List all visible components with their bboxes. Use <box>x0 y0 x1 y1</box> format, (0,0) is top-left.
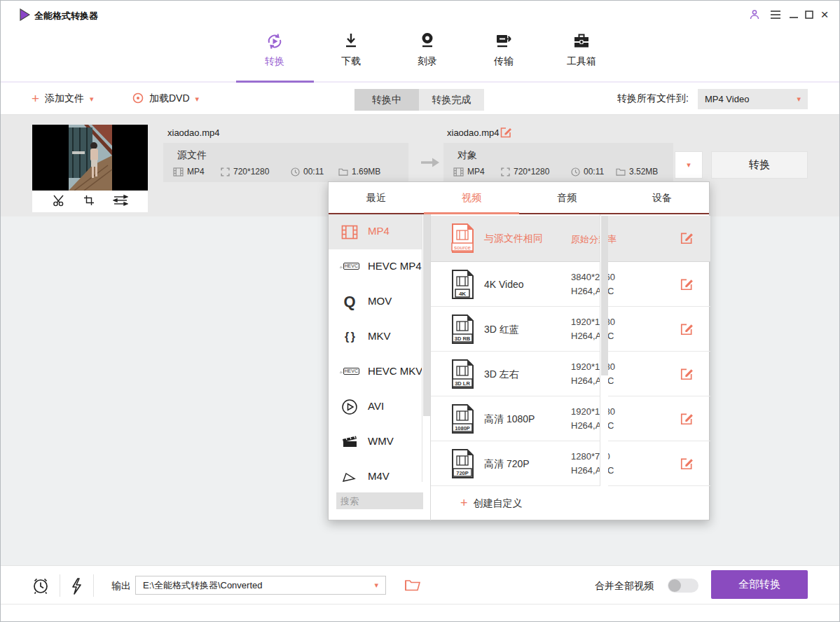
target-format: MP4 <box>453 167 485 177</box>
preset-item-4k[interactable]: 4K 4K Video 3840*2160 H264,AAC <box>431 262 710 307</box>
hevc-mp4-icon: HEVC <box>340 257 359 277</box>
preset-3d-rb-icon: 3D RB <box>450 315 474 347</box>
menu-icon[interactable] <box>769 8 783 22</box>
format-item-avi[interactable]: AVI <box>329 389 430 424</box>
target-duration: 00:11 <box>571 167 604 177</box>
edit-preset-icon[interactable] <box>680 322 694 336</box>
format-list-scrollbar[interactable] <box>422 214 430 482</box>
tab-download[interactable]: 下载 <box>324 32 378 71</box>
convert-icon <box>248 32 301 53</box>
load-dvd-caret-icon[interactable]: ▾ <box>195 95 200 103</box>
preset-list: source 与源文件相同 原始分辨率 <box>430 214 710 486</box>
edit-preset-icon[interactable] <box>680 412 694 426</box>
toolbox-icon <box>555 32 608 53</box>
video-thumbnail[interactable] <box>32 125 148 212</box>
preset-caret-icon: ▾ <box>687 161 691 169</box>
preset-scroll-thumb[interactable] <box>601 216 608 375</box>
preset-list-scrollbar[interactable] <box>600 214 608 486</box>
m4v-icon <box>340 467 359 482</box>
format-item-hevc-mp4[interactable]: HEVC HEVC MP4 <box>329 249 430 284</box>
merge-videos-toggle[interactable] <box>668 579 698 593</box>
high-speed-icon[interactable] <box>70 578 83 597</box>
svg-text:3D RB: 3D RB <box>455 336 471 342</box>
thumbnail-image <box>32 125 148 191</box>
edit-preset-icon[interactable] <box>680 277 694 291</box>
convert-all-to-label: 转换所有文件到: <box>617 92 689 105</box>
preset-item-hd-1080p[interactable]: 1080P 高清 1080P 1920*1080 H264,AAC <box>431 396 710 441</box>
burn-disc-icon <box>401 32 454 53</box>
popup-tab-video[interactable]: 视频 <box>424 182 519 213</box>
preset-3d-lr-icon: 3D LR <box>450 359 474 392</box>
effects-icon[interactable] <box>113 195 128 209</box>
minimize-button[interactable] <box>787 8 801 22</box>
tab-convert[interactable]: 转换 <box>248 32 301 71</box>
crop-icon[interactable] <box>83 195 95 209</box>
popup-tab-audio[interactable]: 音频 <box>519 182 614 213</box>
folder-icon <box>338 167 348 176</box>
convert-arrow-icon <box>420 157 441 171</box>
preset-item-hd-720p[interactable]: 720P 高清 720P 1280*720 H264,AAC <box>431 441 710 486</box>
schedule-icon[interactable] <box>32 576 50 597</box>
clock-icon <box>291 167 300 177</box>
download-icon <box>324 32 378 53</box>
mkv-icon: { } <box>340 327 359 347</box>
plus-icon: + <box>460 496 468 511</box>
tab-converting[interactable]: 转换中 <box>354 89 419 111</box>
preset-item-3d-rb[interactable]: 3D RB 3D 红蓝 1920*1080 H264,AAC <box>431 307 710 352</box>
tab-burn[interactable]: 刻录 <box>401 32 454 71</box>
add-file-label: 添加文件 <box>45 92 84 105</box>
toolbar: + 添加文件 ▾ 加载DVD ▾ 转换中 转换完成 转换所有文件到: MP4 V… <box>1 83 839 115</box>
dvd-disc-icon <box>132 92 144 106</box>
output-format-dropdown[interactable]: MP4 Video ▾ <box>698 89 808 109</box>
film-icon <box>173 167 184 177</box>
format-item-wmv[interactable]: WMV <box>329 424 430 459</box>
account-icon[interactable] <box>748 8 762 22</box>
app-logo-icon <box>19 8 30 24</box>
format-item-m4v[interactable]: M4V <box>329 459 430 482</box>
output-path-value: E:\全能格式转换器\Converted <box>143 579 263 592</box>
format-scroll-thumb[interactable] <box>423 214 430 416</box>
maximize-button[interactable] <box>802 8 816 22</box>
preset-720p-icon: 720P <box>450 449 474 481</box>
format-item-mov[interactable]: Q MOV <box>329 284 430 319</box>
format-item-mkv[interactable]: { } MKV <box>329 319 430 354</box>
source-section-label: 源文件 <box>177 149 207 162</box>
open-folder-icon[interactable] <box>405 579 420 594</box>
app-window: 全能格式转换器 × 转换 <box>0 0 840 622</box>
clock-icon <box>571 167 580 177</box>
trim-icon[interactable] <box>53 194 65 209</box>
search-input[interactable] <box>336 492 423 509</box>
close-button[interactable]: × <box>818 8 832 22</box>
popup-tab-device[interactable]: 设备 <box>614 182 710 213</box>
preset-dropdown-button[interactable]: ▾ <box>675 151 703 179</box>
convert-button[interactable]: 转换 <box>711 151 808 179</box>
output-path-dropdown[interactable]: E:\全能格式转换器\Converted ▾ <box>135 576 386 595</box>
edit-preset-icon[interactable] <box>680 367 694 381</box>
tab-toolbox[interactable]: 工具箱 <box>555 32 608 71</box>
tab-finished[interactable]: 转换完成 <box>419 89 484 111</box>
output-label: 输出 <box>111 580 131 593</box>
preset-specs: 1920*1080 H264,AAC <box>571 405 615 433</box>
add-file-button[interactable]: + 添加文件 ▾ <box>32 83 94 115</box>
preset-item-3d-lr[interactable]: 3D LR 3D 左右 1920*1080 H264,AAC <box>431 352 710 396</box>
rename-edit-icon[interactable] <box>500 126 512 141</box>
edit-preset-icon[interactable] <box>680 457 694 471</box>
resolution-icon <box>221 167 230 177</box>
preset-item-same-as-source[interactable]: source 与源文件相同 原始分辨率 <box>431 216 710 262</box>
wmv-icon <box>340 432 359 452</box>
add-file-caret-icon[interactable]: ▾ <box>90 95 94 103</box>
titlebar: 全能格式转换器 × <box>1 1 839 29</box>
load-dvd-button[interactable]: 加载DVD ▾ <box>132 83 199 115</box>
source-info-box: 源文件 MP4 720*1280 00:11 1.69MB <box>163 143 408 182</box>
create-custom-button[interactable]: + 创建自定义 <box>460 496 523 511</box>
svg-text:4K: 4K <box>459 291 466 297</box>
svg-text:720P: 720P <box>456 470 469 476</box>
tab-toolbox-label: 工具箱 <box>555 55 608 68</box>
tab-download-label: 下载 <box>324 55 378 68</box>
format-item-mp4[interactable]: MP4 <box>329 214 430 249</box>
popup-tab-recent[interactable]: 最近 <box>329 182 424 213</box>
convert-all-button[interactable]: 全部转换 <box>711 570 808 599</box>
edit-preset-icon[interactable] <box>680 231 694 245</box>
tab-transfer[interactable]: 传输 <box>477 32 530 71</box>
format-item-hevc-mkv[interactable]: HEVC HEVC MKV <box>329 354 430 389</box>
